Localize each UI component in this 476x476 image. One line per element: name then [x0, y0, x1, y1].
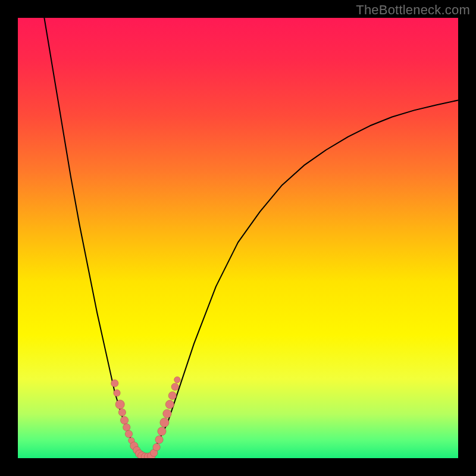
plot-area	[18, 18, 458, 458]
watermark-text: TheBottleneck.com	[356, 2, 470, 18]
heat-gradient-background	[18, 18, 458, 458]
chart-frame: TheBottleneck.com	[0, 0, 476, 476]
svg-rect-0	[18, 18, 458, 458]
